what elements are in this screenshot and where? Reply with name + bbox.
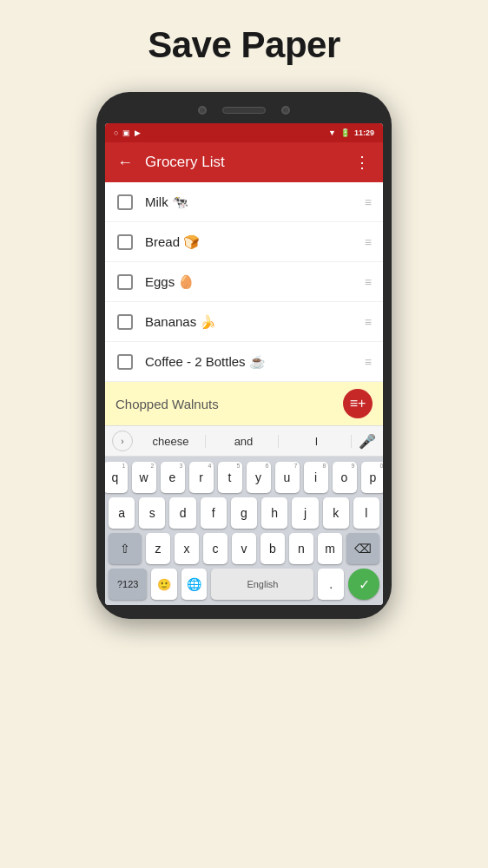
key-t[interactable]: 5t <box>218 462 242 493</box>
key-o[interactable]: 9o <box>333 462 357 493</box>
keyboard-row-2: a s d f g h j k l <box>109 497 379 529</box>
symbols-key[interactable]: ?123 <box>109 569 147 600</box>
microphone-icon[interactable]: 🎤 <box>359 433 376 450</box>
sensor <box>281 106 290 115</box>
status-right-icons: ▼ 🔋 11:29 <box>328 128 374 137</box>
key-j[interactable]: j <box>292 497 318 529</box>
overflow-menu-button[interactable]: ⋮ <box>354 153 371 172</box>
expand-suggestions-button[interactable]: › <box>112 431 133 451</box>
key-k[interactable]: k <box>323 497 349 529</box>
key-b[interactable]: b <box>260 533 285 564</box>
key-n[interactable]: n <box>289 533 313 564</box>
keyboard-bottom-row: ?123 🙂 🌐 English . ✓ <box>109 569 379 600</box>
key-e[interactable]: 3e <box>161 462 185 493</box>
circle-icon: ○ <box>114 128 118 137</box>
key-w[interactable]: 2w <box>132 462 156 493</box>
key-v[interactable]: v <box>232 533 256 564</box>
suggestion-2[interactable]: and <box>209 435 279 448</box>
drag-handle-4[interactable]: ≡ <box>365 315 371 329</box>
item-text-5: Coffee - 2 Bottles ☕ <box>145 354 365 370</box>
key-u[interactable]: 7u <box>275 462 300 493</box>
drag-handle-5[interactable]: ≡ <box>365 355 371 369</box>
key-g[interactable]: g <box>231 497 257 529</box>
key-h[interactable]: h <box>261 497 287 529</box>
chevron-right-icon: › <box>121 437 123 446</box>
key-z[interactable]: z <box>146 533 170 564</box>
add-item-button[interactable]: ≡+ <box>343 389 373 418</box>
key-a[interactable]: a <box>109 497 135 529</box>
item-text-4: Bananas 🍌 <box>145 314 365 330</box>
key-x[interactable]: x <box>175 533 199 564</box>
battery-icon: 🔋 <box>340 128 350 137</box>
sim-icon: ▣ <box>122 128 130 137</box>
play-icon: ▶ <box>135 128 141 137</box>
drag-handle-2[interactable]: ≡ <box>365 235 371 249</box>
suggestion-3[interactable]: l <box>282 435 352 448</box>
page-header: Save Paper <box>148 0 340 92</box>
period-key[interactable]: . <box>318 569 344 600</box>
wifi-icon: ▼ <box>328 128 336 137</box>
drag-handle-1[interactable]: ≡ <box>365 195 371 209</box>
item-text-1: Milk 🐄 <box>145 194 365 210</box>
key-r[interactable]: 4r <box>189 462 214 493</box>
status-left-icons: ○ ▣ ▶ <box>114 128 141 137</box>
phone-screen: ○ ▣ ▶ ▼ 🔋 11:29 ← Grocery List ⋮ Milk 🐄 … <box>105 123 383 605</box>
key-d[interactable]: d <box>169 497 195 529</box>
key-l[interactable]: l <box>353 497 379 529</box>
status-bar: ○ ▣ ▶ ▼ 🔋 11:29 <box>105 123 383 142</box>
globe-key[interactable]: 🌐 <box>181 569 208 600</box>
drag-handle-3[interactable]: ≡ <box>365 275 371 289</box>
keyboard-row-1: 1q 2w 3e 4r 5t 6y 7u 8i 9o 0p <box>109 462 379 493</box>
key-f[interactable]: f <box>201 497 227 529</box>
app-bar-title: Grocery List <box>145 154 342 171</box>
enter-key[interactable]: ✓ <box>348 569 379 600</box>
page-title: Save Paper <box>148 24 340 66</box>
keyboard: 1q 2w 3e 4r 5t 6y 7u 8i 9o 0p a s d f g … <box>105 457 383 605</box>
shift-key[interactable]: ⇧ <box>109 533 142 564</box>
list-item: Eggs 🥚 ≡ <box>105 262 383 302</box>
key-c[interactable]: c <box>203 533 228 564</box>
item-text-3: Eggs 🥚 <box>145 274 365 290</box>
suggestions-row: › cheese and l 🎤 <box>105 425 383 457</box>
phone-top-bar <box>105 106 383 115</box>
list-item: Bread 🍞 ≡ <box>105 222 383 262</box>
checkbox-2[interactable] <box>117 234 133 250</box>
back-button[interactable]: ← <box>117 154 133 172</box>
space-key[interactable]: English <box>211 569 313 600</box>
list-item: Milk 🐄 ≡ <box>105 182 383 222</box>
checkbox-3[interactable] <box>117 274 133 290</box>
front-camera <box>198 106 207 115</box>
keyboard-row-3: ⇧ z x c v b n m ⌫ <box>109 533 379 564</box>
new-item-input[interactable]: Chopped Walnuts <box>115 397 343 411</box>
key-m[interactable]: m <box>318 533 342 564</box>
checkbox-4[interactable] <box>117 314 133 330</box>
key-q[interactable]: 1q <box>105 462 128 493</box>
app-bar: ← Grocery List ⋮ <box>105 142 383 182</box>
key-i[interactable]: 8i <box>304 462 328 493</box>
key-s[interactable]: s <box>139 497 165 529</box>
key-p[interactable]: 0p <box>361 462 384 493</box>
checkbox-5[interactable] <box>117 354 133 370</box>
key-y[interactable]: 6y <box>247 462 271 493</box>
phone-device: ○ ▣ ▶ ▼ 🔋 11:29 ← Grocery List ⋮ Milk 🐄 … <box>96 92 392 619</box>
new-item-input-row: Chopped Walnuts ≡+ <box>105 382 383 425</box>
list-item: Bananas 🍌 ≡ <box>105 302 383 342</box>
suggestion-1[interactable]: cheese <box>136 435 206 448</box>
backspace-key[interactable]: ⌫ <box>346 533 379 564</box>
emoji-key[interactable]: 🙂 <box>151 569 177 600</box>
list-item: Coffee - 2 Bottles ☕ ≡ <box>105 342 383 382</box>
time-display: 11:29 <box>354 128 374 137</box>
add-icon: ≡+ <box>350 396 366 411</box>
checkbox-1[interactable] <box>117 194 133 210</box>
item-text-2: Bread 🍞 <box>145 234 365 250</box>
grocery-list: Milk 🐄 ≡ Bread 🍞 ≡ Eggs 🥚 ≡ Bananas 🍌 ≡ <box>105 182 383 382</box>
phone-speaker <box>222 107 266 114</box>
